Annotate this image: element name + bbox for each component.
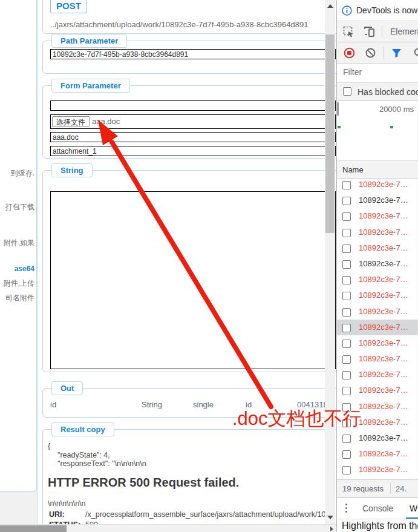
network-request-row[interactable]: 10892c3e-7… xyxy=(337,462,418,478)
section-title: Out xyxy=(51,381,83,395)
request-name: 10892c3e-7… xyxy=(359,211,408,220)
request-checkbox[interactable] xyxy=(342,450,351,459)
string-textarea[interactable] xyxy=(50,191,336,369)
infobar-message: DevTools is now xyxy=(356,5,417,15)
clear-icon[interactable] xyxy=(365,48,376,58)
request-checkbox[interactable] xyxy=(342,324,351,332)
uri-value: /x_processplatform_assemble_surface/jaxr… xyxy=(85,510,330,519)
request-checkbox[interactable] xyxy=(342,371,351,379)
result-json-line: { xyxy=(48,442,50,450)
network-request-row[interactable]: 10892c3e-7… xyxy=(337,208,418,224)
network-request-row[interactable]: 10892c3e-7… xyxy=(337,367,418,383)
request-name: 10892c3e-7… xyxy=(359,275,408,284)
request-name: 10892c3e-7… xyxy=(359,386,408,395)
request-checkbox[interactable] xyxy=(342,435,351,443)
request-name: 10892c3e-7… xyxy=(359,195,408,205)
tab-elements[interactable]: Elements xyxy=(390,27,418,36)
request-checkbox[interactable] xyxy=(342,387,351,395)
sidebar-item: 到缓存. xyxy=(11,168,34,179)
request-checkbox[interactable] xyxy=(342,355,351,364)
request-checkbox[interactable] xyxy=(342,245,351,253)
section-title: Path Parameter xyxy=(51,34,127,48)
name-header-label: Name xyxy=(342,165,364,174)
request-checkbox[interactable] xyxy=(342,212,351,221)
network-request-row[interactable]: 10892c3e-7… xyxy=(337,383,418,398)
blocked-cookies-row: Has blocked cookies xyxy=(337,83,418,101)
request-checkbox[interactable] xyxy=(342,260,351,269)
uri-label: URI: xyxy=(49,510,65,519)
out-cell: 0041318 xyxy=(297,400,328,409)
network-request-list: 10892c3e-7…10892c3e-7…10892c3e-7…10892c3… xyxy=(337,177,418,479)
request-checkbox[interactable] xyxy=(342,403,351,412)
network-request-row[interactable]: 10892c3e-7… xyxy=(337,351,418,367)
request-checkbox[interactable] xyxy=(342,276,351,284)
request-name: 10892c3e-7… xyxy=(359,418,408,427)
menu-dots-icon[interactable] xyxy=(345,504,347,505)
request-url: ../jaxrs/attachment/upload/work/10892c3e… xyxy=(50,20,308,29)
tab-whats-new[interactable]: What's New xyxy=(410,504,418,513)
scroll-up-arrow-icon[interactable] xyxy=(327,4,333,8)
attachment-site-input[interactable] xyxy=(50,146,336,156)
choose-file-button[interactable]: 选择文件 xyxy=(52,116,90,127)
request-checkbox[interactable] xyxy=(342,419,351,427)
request-checkbox[interactable] xyxy=(342,308,351,317)
sidebar-link-base64[interactable]: ase64 xyxy=(15,264,34,273)
network-request-row[interactable]: 10892c3e-7… xyxy=(337,225,418,240)
network-name-column-header[interactable]: Name xyxy=(337,161,418,179)
vertical-scrollbar[interactable] xyxy=(325,0,335,524)
request-section: POST ../jaxrs/attachment/upload/work/108… xyxy=(42,0,347,34)
network-timeline-overview[interactable]: 20000 ms xyxy=(337,101,418,161)
network-request-row[interactable]: 10892c3e-7… xyxy=(337,192,418,208)
filter-input[interactable] xyxy=(342,67,417,77)
result-json-line: "readyState": 4, xyxy=(57,451,110,459)
scroll-down-arrow-icon[interactable] xyxy=(327,516,333,519)
request-checkbox[interactable] xyxy=(342,197,351,205)
section-title: String xyxy=(51,163,93,177)
tab-console[interactable]: Console xyxy=(362,504,393,513)
network-request-row[interactable]: 10892c3e-7… xyxy=(337,415,418,430)
horizontal-scrollbar[interactable] xyxy=(0,524,336,532)
blocked-cookies-checkbox[interactable] xyxy=(343,87,351,96)
devtools-infobar: DevTools is now xyxy=(337,0,418,21)
left-sidebar: 到缓存. 打包下载 附件,如果 ase64 附件,上传 司名附件 xyxy=(0,0,37,491)
device-toolbar-icon[interactable] xyxy=(364,26,376,38)
network-request-row[interactable]: 10892c3e-7… xyxy=(337,335,418,351)
network-request-row[interactable]: 10892c3e-7… xyxy=(337,430,418,446)
inspect-icon[interactable] xyxy=(343,26,354,38)
network-filter-row xyxy=(337,64,418,83)
http-method-badge: POST xyxy=(50,0,87,13)
request-checkbox[interactable] xyxy=(342,466,351,475)
request-count: 19 requests xyxy=(342,484,384,493)
out-cell: String xyxy=(142,400,162,409)
form-extra-input[interactable] xyxy=(50,100,336,111)
request-checkbox[interactable] xyxy=(342,340,351,348)
devtools-drawer-tabbar: Console What's New xyxy=(337,497,418,519)
network-request-row[interactable]: 10892c3e-7… xyxy=(337,256,418,272)
network-request-row[interactable]: 10892c3e-7… xyxy=(337,287,418,303)
devtools-tabbar: Elements xyxy=(337,21,418,42)
section-title: Form Parameter xyxy=(51,79,130,93)
scroll-right-arrow-icon[interactable] xyxy=(330,527,333,531)
vertical-scrollbar-thumb[interactable] xyxy=(325,34,335,233)
network-status-bar: 19 requests 24. xyxy=(337,479,418,497)
network-request-row[interactable]: 10892c3e-7… xyxy=(337,399,418,415)
network-request-row[interactable]: 10892c3e-7… xyxy=(337,272,418,287)
path-parameter-input[interactable] xyxy=(50,49,336,59)
file-upload-field[interactable]: 选择文件 aaa.doc xyxy=(50,114,336,129)
record-icon[interactable] xyxy=(344,47,355,59)
request-name: 10892c3e-7… xyxy=(359,402,408,411)
request-checkbox[interactable] xyxy=(342,229,351,237)
network-request-row[interactable]: 10892c3e-7… xyxy=(337,446,418,462)
network-request-row[interactable]: 10892c3e-7… xyxy=(337,304,418,320)
column-divider xyxy=(417,161,417,479)
request-checkbox[interactable] xyxy=(342,292,351,300)
request-checkbox[interactable] xyxy=(342,181,351,189)
filter-funnel-icon[interactable] xyxy=(391,48,402,58)
network-request-row[interactable]: 10892c3e-7… xyxy=(337,240,418,256)
network-request-row[interactable]: 10892c3e-7… xyxy=(337,320,418,335)
timeline-activity-mark xyxy=(338,126,341,128)
horizontal-scrollbar-thumb[interactable] xyxy=(0,525,67,532)
search-icon[interactable] xyxy=(414,48,418,58)
sidebar-item: 附件,如果 xyxy=(4,238,34,248)
file-name-input[interactable] xyxy=(50,132,336,142)
